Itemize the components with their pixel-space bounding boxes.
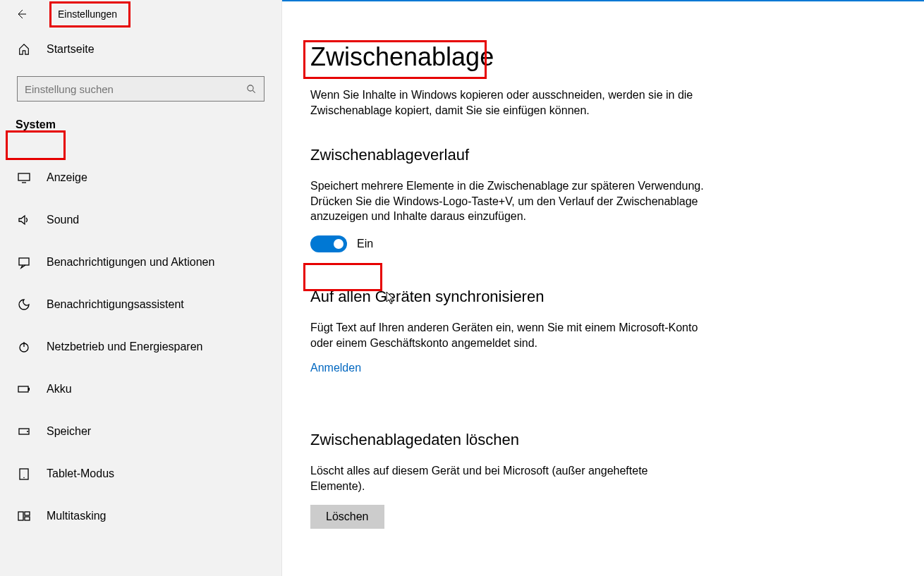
- section-description: Speichert mehrere Elemente in die Zwisch…: [310, 178, 705, 224]
- section-heading: Zwischenablagedaten löschen: [310, 431, 896, 449]
- svg-point-0: [248, 85, 253, 90]
- sidebar-item-focus-assist[interactable]: Benachrichtigungsassistent: [0, 283, 281, 326]
- sidebar-item-label: Netzbetrieb und Energiesparen: [47, 341, 202, 353]
- svg-rect-2: [19, 258, 29, 265]
- sidebar-item-storage[interactable]: Speicher: [0, 410, 281, 453]
- multitasking-icon: [17, 509, 31, 523]
- svg-rect-1: [18, 173, 30, 180]
- svg-point-9: [23, 477, 25, 479]
- sidebar-item-label: Multitasking: [47, 510, 106, 522]
- sidebar-item-label: Speicher: [47, 425, 91, 438]
- svg-rect-10: [18, 512, 23, 520]
- tablet-icon: [17, 467, 31, 481]
- sidebar-item-anzeige[interactable]: Anzeige: [0, 157, 281, 199]
- clear-button[interactable]: Löschen: [310, 505, 384, 529]
- page-intro-text: Wenn Sie Inhalte in Windows kopieren ode…: [310, 87, 705, 118]
- sidebar-item-label: Tablet-Modus: [47, 467, 114, 480]
- section-description: Fügt Text auf Ihren anderen Geräten ein,…: [310, 320, 705, 350]
- titlebar: Einstellungen: [0, 8, 281, 34]
- svg-rect-11: [25, 512, 30, 515]
- sidebar-home-item[interactable]: Startseite: [0, 34, 281, 65]
- app-title: Einstellungen: [58, 8, 117, 20]
- sidebar-nav-list: Anzeige Sound Benachrichtigungen und Akt…: [0, 157, 281, 537]
- sidebar-item-multitasking[interactable]: Multitasking: [0, 495, 281, 537]
- toggle-row: Ein: [310, 235, 896, 252]
- sign-in-link[interactable]: Anmelden: [310, 362, 361, 374]
- sidebar-item-benachrichtigungen[interactable]: Benachrichtigungen und Aktionen: [0, 241, 281, 283]
- section-description: Löscht alles auf diesem Gerät und bei Mi…: [310, 463, 705, 494]
- sidebar-item-sound[interactable]: Sound: [0, 199, 281, 241]
- sidebar-item-label: Anzeige: [47, 171, 87, 184]
- notifications-icon: [17, 255, 31, 269]
- svg-rect-4: [18, 386, 28, 392]
- sidebar-item-tablet[interactable]: Tablet-Modus: [0, 453, 281, 495]
- power-icon: [17, 340, 31, 354]
- sidebar: Einstellungen Startseite System ︿ Anzeig…: [0, 0, 282, 576]
- home-icon: [17, 42, 31, 56]
- sidebar-item-label: Sound: [47, 214, 79, 226]
- svg-point-7: [27, 431, 28, 432]
- sound-icon: [17, 213, 31, 227]
- search-box[interactable]: [17, 76, 265, 102]
- section-heading: Auf allen Geräten synchronisieren: [310, 288, 896, 306]
- section-heading: Zwischenablageverlauf: [310, 146, 896, 164]
- svg-rect-12: [25, 517, 30, 520]
- sidebar-category-label: System: [0, 114, 281, 135]
- display-icon: [17, 171, 31, 185]
- toggle-state-label: Ein: [357, 238, 373, 250]
- sidebar-home-label: Startseite: [47, 43, 95, 56]
- storage-icon: [17, 424, 31, 439]
- sidebar-item-label: Akku: [47, 383, 72, 396]
- back-button[interactable]: [16, 8, 27, 20]
- focus-assist-icon: [17, 298, 31, 312]
- search-icon: [246, 84, 257, 94]
- sidebar-item-battery[interactable]: Akku: [0, 368, 281, 410]
- sidebar-item-label: Benachrichtigungen und Aktionen: [47, 256, 214, 269]
- sidebar-item-label: Benachrichtigungsassistent: [47, 298, 184, 311]
- svg-rect-5: [28, 388, 30, 391]
- page-title: Zwischenablage: [310, 42, 896, 72]
- section-clipboard-history: Zwischenablageverlauf Speichert mehrere …: [310, 146, 896, 252]
- toggle-knob: [334, 239, 344, 249]
- clipboard-history-toggle[interactable]: [310, 235, 347, 252]
- section-sync-devices: Auf allen Geräten synchronisieren Fügt T…: [310, 288, 896, 403]
- section-clear-clipboard: Zwischenablagedaten löschen Löscht alles…: [310, 431, 896, 529]
- battery-icon: [17, 382, 31, 396]
- main-content: Zwischenablage Wenn Sie Inhalte in Windo…: [282, 0, 924, 576]
- sidebar-item-power[interactable]: Netzbetrieb und Energiesparen: [0, 326, 281, 368]
- search-input[interactable]: [25, 83, 233, 95]
